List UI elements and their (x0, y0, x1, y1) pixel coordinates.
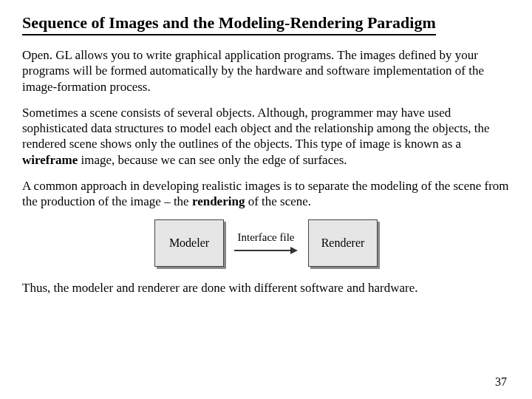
p3-bold-rendering: rendering (192, 194, 245, 208)
renderer-label: Renderer (321, 236, 365, 250)
slide: Sequence of Images and the Modeling-Rend… (0, 0, 532, 399)
arrow-wrap: Interface file (234, 231, 298, 256)
slide-title: Sequence of Images and the Modeling-Rend… (22, 13, 436, 35)
p3-text-b: of the scene. (245, 194, 311, 208)
diagram: Modeler Interface file Renderer (22, 219, 510, 267)
modeler-label: Modeler (169, 236, 209, 250)
p2-text-b: image, because we can see only the edge … (78, 153, 347, 167)
p1-text: Open. GL allows you to write graphical a… (22, 48, 484, 94)
p2-text-a: Sometimes a scene consists of several ob… (22, 106, 490, 151)
page-number: 37 (495, 375, 507, 389)
renderer-box: Renderer (308, 219, 378, 267)
title-wrap: Sequence of Images and the Modeling-Rend… (22, 13, 510, 38)
paragraph-3: A common approach in developing realisti… (22, 178, 510, 210)
arrow-icon (234, 245, 298, 256)
paragraph-4: Thus, the modeler and renderer are done … (22, 280, 510, 296)
interface-file-label: Interface file (237, 231, 294, 244)
paragraph-2: Sometimes a scene consists of several ob… (22, 105, 510, 168)
paragraph-1: Open. GL allows you to write graphical a… (22, 47, 510, 95)
p2-bold-wireframe: wireframe (22, 153, 78, 167)
svg-marker-1 (290, 247, 298, 254)
modeler-box: Modeler (154, 219, 224, 267)
